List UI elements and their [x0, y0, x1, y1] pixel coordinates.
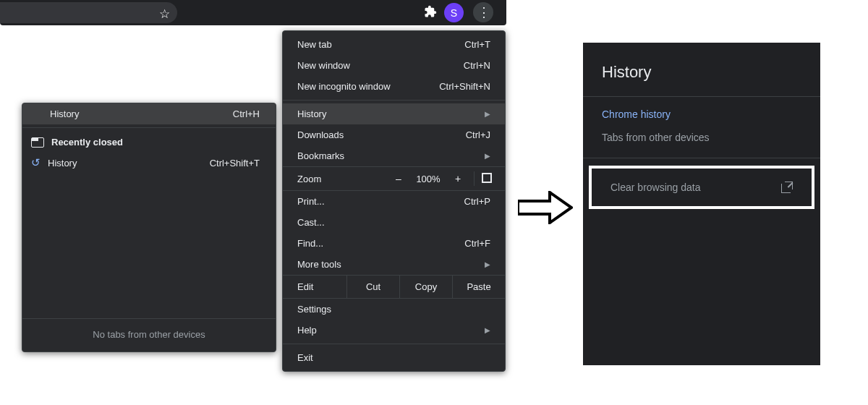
fullscreen-icon: [482, 173, 492, 183]
chrome-history-link[interactable]: Chrome history: [583, 97, 820, 132]
submenu-footer: No tabs from other devices: [22, 318, 276, 347]
menu-label: Settings: [297, 304, 331, 315]
fullscreen-button[interactable]: [477, 173, 496, 185]
menu-item-edit: Edit Cut Copy Paste: [283, 275, 505, 299]
shortcut-text: Ctrl+Shift+N: [439, 81, 490, 92]
menu-label: Print...: [297, 196, 325, 207]
profile-avatar[interactable]: S: [444, 3, 464, 22]
arrow-icon: [518, 191, 573, 224]
menu-label: More tools: [297, 259, 341, 270]
submenu-label: History: [50, 108, 79, 119]
menu-label: New tab: [297, 39, 332, 50]
recently-closed-label: Recently closed: [51, 137, 123, 148]
submenu-item-history[interactable]: History Ctrl+H: [22, 103, 276, 124]
open-external-icon: [781, 182, 793, 193]
shortcut-text: Ctrl+Shift+T: [210, 158, 260, 169]
menu-item-zoom: Zoom – 100% +: [283, 166, 505, 191]
submenu-recent-item[interactable]: ↺ History Ctrl+Shift+T: [22, 152, 276, 174]
recent-item-label: History: [48, 158, 77, 169]
zoom-in-button[interactable]: +: [445, 173, 471, 184]
separator: [474, 171, 475, 186]
clear-data-label: Clear browsing data: [610, 182, 701, 193]
menu-item-find[interactable]: Find... Ctrl+F: [283, 233, 505, 254]
menu-item-new-tab[interactable]: New tab Ctrl+T: [283, 34, 505, 55]
menu-separator: [22, 127, 276, 128]
chevron-right-icon: ▶: [485, 110, 490, 118]
bookmark-star-icon[interactable]: ☆: [159, 7, 170, 22]
overflow-menu: New tab Ctrl+T New window Ctrl+N New inc…: [282, 30, 506, 372]
avatar-letter: S: [451, 7, 457, 19]
paste-button[interactable]: Paste: [452, 276, 505, 298]
footer-text: No tabs from other devices: [93, 329, 205, 340]
chevron-right-icon: ▶: [485, 152, 490, 160]
chevron-right-icon: ▶: [485, 326, 490, 334]
svg-marker-0: [518, 192, 571, 223]
submenu-recently-closed-header: Recently closed: [22, 131, 276, 152]
menu-label: Help: [297, 325, 317, 336]
menu-label: Bookmarks: [297, 150, 344, 161]
zoom-out-button[interactable]: –: [386, 173, 412, 184]
history-clock-icon: ↺: [31, 156, 41, 169]
tabs-other-devices-link[interactable]: Tabs from other devices: [583, 132, 820, 158]
zoom-label: Zoom: [297, 174, 386, 184]
copy-button[interactable]: Copy: [399, 276, 452, 298]
shortcut-text: Ctrl+H: [233, 108, 260, 119]
menu-separator: [283, 100, 505, 101]
menu-item-print[interactable]: Print... Ctrl+P: [283, 191, 505, 212]
menu-separator: [283, 344, 505, 344]
menu-label: History: [297, 108, 326, 119]
menu-item-new-window[interactable]: New window Ctrl+N: [283, 55, 505, 76]
menu-label: New window: [297, 60, 350, 71]
clear-browsing-data-highlight: Clear browsing data: [589, 166, 814, 209]
clear-browsing-data-button[interactable]: Clear browsing data: [592, 169, 812, 206]
address-bar[interactable]: ☆: [0, 2, 177, 23]
menu-label: Downloads: [297, 129, 344, 140]
cut-button[interactable]: Cut: [346, 276, 399, 298]
browser-top-bar: ☆ S ⋮: [0, 0, 506, 25]
menu-item-more-tools[interactable]: More tools ▶: [283, 254, 505, 275]
extensions-icon[interactable]: [424, 5, 437, 22]
menu-item-history[interactable]: History ▶: [283, 103, 505, 124]
menu-item-settings[interactable]: Settings: [283, 299, 505, 320]
zoom-percentage: 100%: [412, 174, 445, 184]
menu-item-new-incognito[interactable]: New incognito window Ctrl+Shift+N: [283, 76, 505, 97]
overflow-menu-icon[interactable]: ⋮: [473, 2, 493, 22]
shortcut-text: Ctrl+P: [464, 196, 490, 207]
chevron-right-icon: ▶: [485, 260, 490, 268]
menu-label: Exit: [297, 352, 313, 363]
edit-label: Edit: [283, 276, 346, 298]
shortcut-text: Ctrl+F: [464, 238, 490, 249]
shortcut-text: Ctrl+J: [466, 129, 490, 140]
menu-item-bookmarks[interactable]: Bookmarks ▶: [283, 145, 505, 166]
window-icon: [31, 137, 44, 148]
menu-item-downloads[interactable]: Downloads Ctrl+J: [283, 124, 505, 145]
menu-item-help[interactable]: Help ▶: [283, 320, 505, 341]
history-page-title: History: [583, 43, 820, 96]
history-page-panel: History Chrome history Tabs from other d…: [583, 43, 820, 365]
shortcut-text: Ctrl+T: [464, 39, 490, 50]
shortcut-text: Ctrl+N: [464, 60, 490, 71]
history-submenu: History Ctrl+H Recently closed ↺ History…: [22, 103, 276, 352]
menu-label: New incognito window: [297, 81, 391, 92]
menu-label: Find...: [297, 238, 323, 249]
separator: [583, 158, 820, 158]
menu-item-exit[interactable]: Exit: [283, 347, 505, 368]
menu-label: Cast...: [297, 217, 325, 228]
menu-item-cast[interactable]: Cast...: [283, 212, 505, 233]
